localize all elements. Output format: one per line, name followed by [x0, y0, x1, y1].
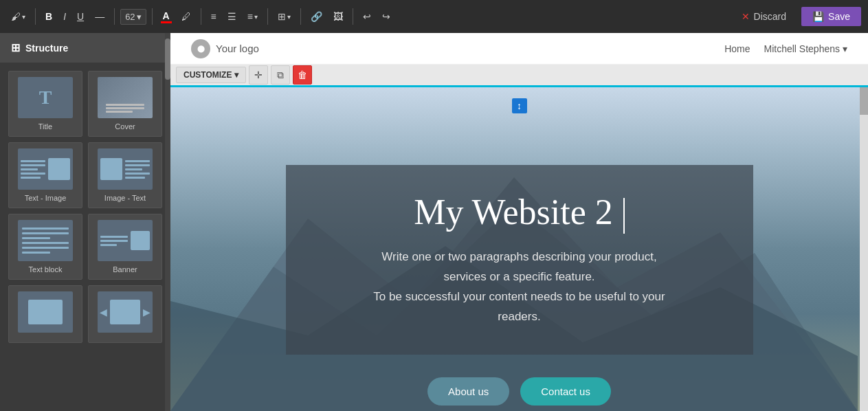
customize-arrow-icon: ▾ [234, 70, 238, 80]
cover-line-2 [106, 107, 144, 109]
tb4 [22, 242, 69, 244]
discard-label: Discard [754, 11, 786, 22]
undo-btn[interactable]: ↩ [359, 8, 375, 25]
sidebar: ⊞ Structure T Title [0, 33, 170, 411]
t2 [21, 164, 45, 166]
block-item-slideshow[interactable]: ◀ ▶ [88, 285, 162, 343]
gallery-img [28, 300, 63, 324]
text-color-btn[interactable]: A [158, 9, 175, 25]
save-btn[interactable]: 💾 Save [801, 7, 861, 26]
t5 [21, 177, 41, 179]
save-icon: 💾 [812, 11, 824, 22]
block-label-text-image: Text - Image [25, 194, 67, 202]
table-btn[interactable]: ⊞ ▾ [274, 8, 295, 25]
underline-btn[interactable]: U [73, 8, 88, 25]
paint-btn[interactable]: 🖊 [177, 8, 195, 25]
t1 [21, 160, 45, 162]
it5 [125, 177, 145, 179]
move-btn[interactable]: ✛ [249, 65, 268, 85]
customize-btn[interactable]: CUSTOMIZE ▾ [176, 67, 246, 83]
bold-btn[interactable]: B [41, 8, 56, 25]
structure-grid-icon: ⊞ [11, 41, 20, 54]
text-image-img [48, 158, 70, 180]
block-preview-cover [98, 77, 153, 118]
block-label-banner: Banner [113, 265, 137, 274]
t4 [21, 173, 45, 175]
block-preview-image-text [98, 148, 153, 190]
block-preview-textblock [18, 220, 73, 261]
discard-x-icon: ✕ [742, 11, 750, 22]
hero-content-box[interactable]: My Website 2 Write one or two paragraphs… [286, 165, 753, 355]
list-ol-btn[interactable]: ☰ [223, 8, 241, 25]
block-item-gallery[interactable] [8, 285, 82, 343]
hero-buttons: About us Contact us [286, 377, 753, 406]
hero-title-text: My Website 2 [414, 192, 613, 232]
image-text-img [100, 158, 122, 180]
nav-user[interactable]: Mitchell Stephens ▾ [764, 43, 847, 54]
hero-subtitle-line3: To be successful your content needs to b… [373, 290, 665, 303]
copy-icon: ⧉ [277, 69, 284, 81]
redo-btn[interactable]: ↪ [378, 8, 394, 25]
text-image-preview [18, 148, 73, 190]
toolbar-divider-1 [35, 8, 36, 25]
italic-btn[interactable]: I [59, 8, 70, 25]
image-text-lines [125, 151, 150, 187]
it4 [125, 173, 150, 175]
hero-title[interactable]: My Website 2 [320, 192, 719, 234]
hero-section[interactable]: ↕ My Website 2 Write one or two paragrap… [170, 87, 868, 411]
block-item-cover[interactable]: Cover [88, 71, 162, 137]
canvas-scrollbar[interactable] [860, 87, 868, 411]
move-icon: ✛ [254, 69, 263, 80]
brush-tool-btn[interactable]: 🖌 ▾ [7, 8, 30, 25]
tb2 [22, 232, 69, 234]
canvas-scrollbar-thumb[interactable] [860, 87, 868, 115]
link-btn[interactable]: 🔗 [307, 8, 326, 25]
block-item-title[interactable]: T Title [8, 71, 82, 137]
logo-icon: ⬤ [191, 39, 210, 58]
it2 [125, 164, 150, 166]
nav-home-link[interactable]: Home [724, 43, 750, 54]
cursor-indicator-icon: ↕ [517, 100, 522, 111]
it1 [125, 160, 150, 162]
image-text-preview [98, 148, 153, 190]
block-item-banner[interactable]: Banner [88, 214, 162, 280]
font-size-value: 62 [125, 12, 135, 22]
sidebar-header: ⊞ Structure [0, 33, 170, 63]
toolbar-divider-4 [201, 8, 201, 25]
sidebar-scrollbar-thumb[interactable] [165, 38, 170, 80]
tb6 [22, 252, 50, 254]
bn2 [100, 240, 128, 242]
nav-user-name: Mitchell Stephens [764, 43, 840, 54]
contact-us-btn[interactable]: Contact us [520, 377, 611, 406]
sidebar-scrollbar[interactable] [165, 33, 170, 411]
about-us-btn[interactable]: About us [427, 377, 509, 406]
resize-cursor-indicator: ↕ [512, 98, 527, 113]
customize-bar: CUSTOMIZE ▾ ✛ ⧉ 🗑 [170, 65, 868, 87]
bn3 [100, 244, 117, 246]
main-toolbar: 🖌 ▾ B I U — 62 ▾ A 🖊 ≡ ☰ ≡ ▾ ⊞ ▾ 🔗 🖼 ↩ ↪… [0, 0, 868, 33]
image-insert-btn[interactable]: 🖼 [329, 8, 347, 25]
block-preview-title: T [18, 77, 73, 118]
slideshow-img [110, 300, 140, 324]
block-item-image-text[interactable]: Image - Text [88, 142, 162, 208]
strikethrough-btn[interactable]: — [91, 8, 109, 25]
tb3 [22, 237, 50, 239]
slideshow-preview: ◀ ▶ [98, 291, 153, 333]
hero-subtitle[interactable]: Write one or two paragraphs describing y… [320, 247, 719, 327]
site-nav-right: Home Mitchell Stephens ▾ [724, 43, 847, 54]
list-ul-btn[interactable]: ≡ [207, 8, 221, 25]
logo-text: Your logo [216, 43, 259, 54]
block-item-text-image[interactable]: Text - Image [8, 142, 82, 208]
save-label: Save [828, 11, 850, 22]
hero-subtitle-line1: Write one or two paragraphs describing y… [381, 250, 656, 263]
banner-text-lines [100, 236, 128, 246]
delete-btn[interactable]: 🗑 [293, 65, 312, 85]
bn1 [100, 236, 128, 238]
text-image-lines [21, 151, 45, 187]
cover-lines [106, 102, 144, 114]
copy-btn[interactable]: ⧉ [271, 65, 290, 85]
font-size-btn[interactable]: 62 ▾ [120, 9, 146, 25]
block-item-textblock[interactable]: Text block [8, 214, 82, 280]
align-btn[interactable]: ≡ ▾ [243, 8, 262, 25]
discard-btn[interactable]: ✕ Discard [732, 7, 796, 26]
